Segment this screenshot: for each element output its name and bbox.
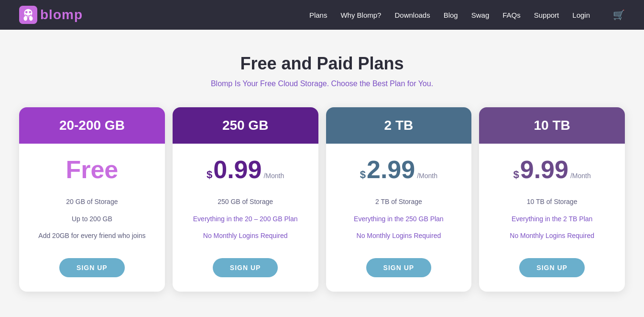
plan-card-2tb: 2 TB $ 2.99 /Month 2 TB of Storage Every… xyxy=(326,107,472,292)
plan-body-10tb: $ 9.99 /Month 10 TB of Storage Everythin… xyxy=(479,144,625,292)
cart-icon[interactable]: 🛒 xyxy=(613,9,625,21)
signup-button-2tb[interactable]: SIGN UP xyxy=(366,258,432,277)
feature-2tb-1: 2 TB of Storage xyxy=(336,193,462,211)
nav-why-blomp[interactable]: Why Blomp? xyxy=(340,11,381,19)
logo-icon xyxy=(19,6,37,24)
nav-links: Plans Why Blomp? Downloads Blog Swag FAQ… xyxy=(309,9,625,21)
plan-features-2tb: 2 TB of Storage Everything in the 250 GB… xyxy=(336,193,462,245)
plan-header-free: 20-200 GB xyxy=(19,107,165,144)
feature-10tb-1: 10 TB of Storage xyxy=(489,193,615,211)
plan-price-250gb: $ 0.99 /Month xyxy=(207,157,284,182)
nav-swag[interactable]: Swag xyxy=(471,11,490,19)
signup-button-free[interactable]: SIGN UP xyxy=(59,258,125,277)
feature-250gb-1: 250 GB of Storage xyxy=(182,193,309,211)
plan-features-free: 20 GB of Storage Up to 200 GB Add 20GB f… xyxy=(29,193,155,245)
feature-2tb-3: No Monthly Logins Required xyxy=(336,227,462,245)
navbar: blomp Plans Why Blomp? Downloads Blog Sw… xyxy=(0,0,644,30)
plan-header-10tb: 10 TB xyxy=(479,107,625,144)
plan-body-2tb: $ 2.99 /Month 2 TB of Storage Everything… xyxy=(326,144,472,292)
plan-features-10tb: 10 TB of Storage Everything in the 2 TB … xyxy=(489,193,615,245)
price-dollar-10tb: $ xyxy=(513,169,519,181)
nav-plans[interactable]: Plans xyxy=(309,11,327,19)
plan-price-free: Free xyxy=(65,157,118,182)
svg-point-2 xyxy=(25,11,28,13)
feature-250gb-3: No Monthly Logins Required xyxy=(182,227,309,245)
price-dollar-250gb: $ xyxy=(207,169,212,181)
plan-storage-label-free: 20-200 GB xyxy=(29,118,155,133)
feature-free-2: Up to 200 GB xyxy=(29,211,155,228)
price-amount-10tb: 9.99 xyxy=(520,157,568,182)
main-content: Free and Paid Plans Blomp Is Your Free C… xyxy=(0,30,644,317)
feature-free-3: Add 20GB for every friend who joins xyxy=(29,227,155,245)
price-period-2tb: /Month xyxy=(417,172,437,180)
price-amount-2tb: 2.99 xyxy=(367,157,415,182)
plan-header-2tb: 2 TB xyxy=(326,107,472,144)
plans-container: 20-200 GB Free 20 GB of Storage Up to 20… xyxy=(19,107,625,292)
plan-card-10tb: 10 TB $ 9.99 /Month 10 TB of Storage Eve… xyxy=(479,107,625,292)
price-period-250gb: /Month xyxy=(263,172,284,180)
signup-button-10tb[interactable]: SIGN UP xyxy=(519,258,585,277)
plan-card-250gb: 250 GB $ 0.99 /Month 250 GB of Storage E… xyxy=(173,107,318,292)
plan-price-2tb: $ 2.99 /Month xyxy=(360,157,437,182)
feature-2tb-2: Everything in the 250 GB Plan xyxy=(336,211,462,228)
plan-storage-label-2tb: 2 TB xyxy=(336,118,462,133)
plan-body-free: Free 20 GB of Storage Up to 200 GB Add 2… xyxy=(19,144,165,292)
nav-blog[interactable]: Blog xyxy=(444,11,458,19)
nav-support[interactable]: Support xyxy=(534,11,559,19)
price-dollar-2tb: $ xyxy=(360,169,366,181)
plan-card-free: 20-200 GB Free 20 GB of Storage Up to 20… xyxy=(19,107,165,292)
feature-250gb-2: Everything in the 20 – 200 GB Plan xyxy=(182,211,309,228)
svg-point-5 xyxy=(29,16,33,21)
plan-body-250gb: $ 0.99 /Month 250 GB of Storage Everythi… xyxy=(173,144,318,292)
page-subtitle: Blomp Is Your Free Cloud Storage. Choose… xyxy=(19,79,625,88)
nav-faqs[interactable]: FAQs xyxy=(502,11,521,19)
feature-free-1: 20 GB of Storage xyxy=(29,193,155,211)
plan-features-250gb: 250 GB of Storage Everything in the 20 –… xyxy=(182,193,309,245)
svg-point-3 xyxy=(29,11,31,13)
svg-point-4 xyxy=(24,16,28,21)
nav-downloads[interactable]: Downloads xyxy=(394,11,430,19)
feature-10tb-3: No Monthly Logins Required xyxy=(489,227,615,245)
page-title: Free and Paid Plans xyxy=(19,54,625,74)
signup-button-250gb[interactable]: SIGN UP xyxy=(213,258,278,277)
plan-price-10tb: $ 9.99 /Month xyxy=(513,157,590,182)
plan-storage-label-250gb: 250 GB xyxy=(182,118,309,133)
logo-text: blomp xyxy=(40,7,83,23)
price-amount-250gb: 0.99 xyxy=(213,157,262,182)
nav-login[interactable]: Login xyxy=(572,11,590,19)
feature-10tb-2: Everything in the 2 TB Plan xyxy=(489,211,615,228)
plan-header-250gb: 250 GB xyxy=(173,107,318,144)
plan-storage-label-10tb: 10 TB xyxy=(489,118,615,133)
logo[interactable]: blomp xyxy=(19,6,83,24)
price-period-10tb: /Month xyxy=(570,172,591,180)
